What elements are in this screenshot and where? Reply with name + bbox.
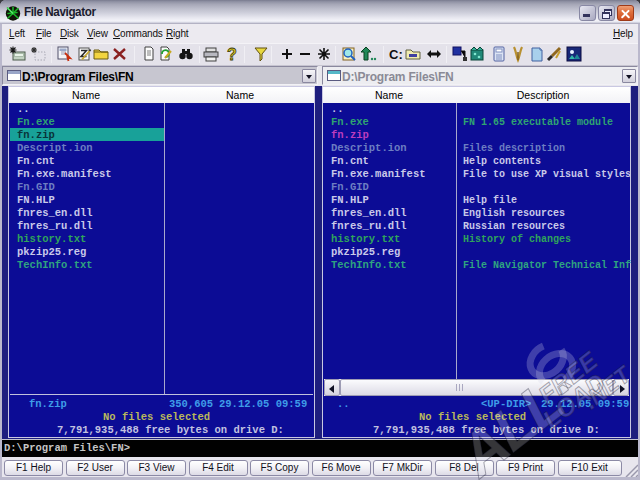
svg-text:C:: C: bbox=[389, 47, 403, 62]
svg-text:?: ? bbox=[227, 46, 237, 63]
